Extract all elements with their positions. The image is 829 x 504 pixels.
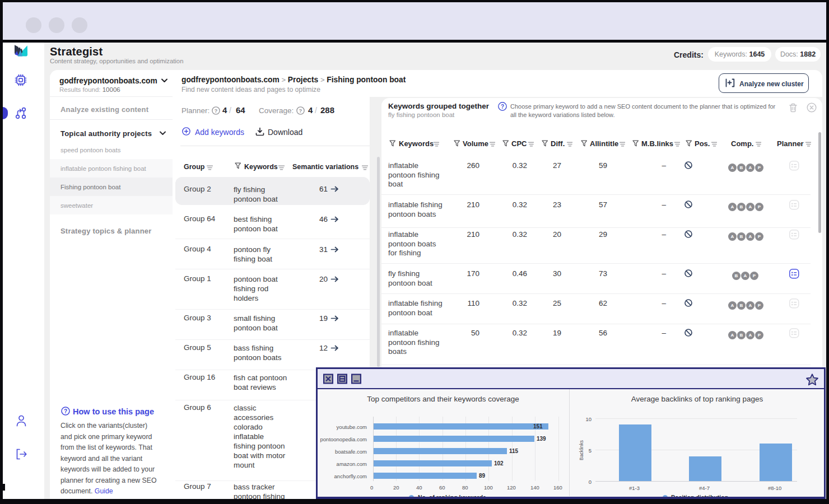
svg-text:?: ? [501,104,504,110]
